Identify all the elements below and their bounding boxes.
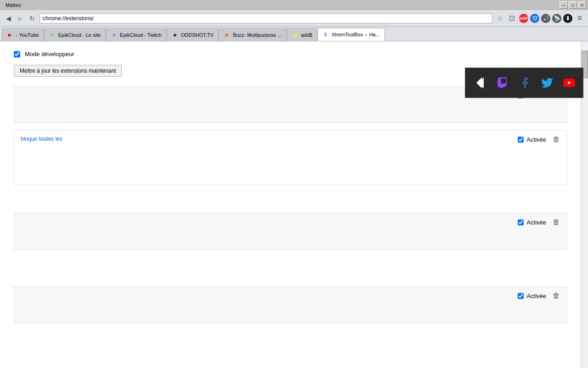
extension-item: Activée 🗑 [14, 287, 567, 323]
extension-icons: ABP 🛡 🔊 📡 ⬇ [519, 14, 572, 23]
facebook-icon [519, 76, 531, 89]
restore-button[interactable]: □ [569, 1, 577, 9]
twitch-button[interactable] [493, 73, 513, 93]
extension-description: bloque toutes les [21, 136, 62, 142]
tab-youtube[interactable]: ▶ - YouTube [2, 28, 44, 41]
extension-delete-icon[interactable]: 🗑 [553, 135, 560, 144]
youtube-favicon: ▶ [7, 32, 13, 38]
back-arrow-icon [473, 75, 487, 90]
extension-activated: Activée [518, 136, 546, 143]
cast-icon[interactable]: ⊡ [507, 14, 516, 23]
minimize-button[interactable]: ─ [560, 1, 568, 9]
buzz-favicon: ◉ [224, 32, 230, 38]
page-content: Mode développeur Mettre à jour les exten… [0, 41, 588, 368]
youtube-button[interactable] [559, 73, 579, 93]
extension-enable-checkbox[interactable] [518, 293, 524, 299]
tab-epikcloud-site[interactable]: ✔ EpikCloud - Le site [44, 28, 106, 41]
update-extensions-button[interactable]: Mettre à jour les extensions maintenant [14, 65, 122, 77]
back-button[interactable]: ◀ [4, 14, 13, 23]
extension-item: bloque toutes les Activée 🗑 [14, 130, 567, 185]
xtrem-favicon: 5 [322, 31, 329, 38]
extension-activated: Activée [518, 293, 546, 299]
extension-item: Activée 🗑 [14, 213, 567, 250]
tab-epikcloud-twitch[interactable]: ♦ EpikCloud - Twitch [106, 28, 167, 41]
adds-favicon: 📁 [292, 32, 298, 38]
extension-activated-label: Activée [526, 293, 546, 299]
epikcloud-twitch-favicon: ♦ [111, 32, 117, 38]
tab-xtrem-title: XtremToolBox -- Ha... [332, 32, 380, 37]
extension-activated-label: Activée [526, 136, 546, 143]
tab-adds[interactable]: 📁 add$ [287, 28, 317, 41]
tab-xtrem[interactable]: 5 XtremToolBox -- Ha... [317, 28, 385, 41]
menu-icon[interactable]: ≡ [575, 14, 584, 23]
forward-button[interactable]: ▶ [16, 14, 25, 23]
tab-adds-title: add$ [301, 32, 312, 38]
twitch-icon [497, 76, 509, 89]
twitter-button[interactable] [537, 73, 557, 93]
cast2-icon[interactable]: 📡 [552, 14, 561, 23]
shield-icon[interactable]: 🛡 [530, 14, 539, 23]
titlebar: Matteo ─ □ ✕ [0, 0, 588, 10]
extension-delete-icon[interactable]: 🗑 [553, 218, 560, 226]
extension-controls: Activée 🗑 [518, 292, 560, 300]
youtube-icon [563, 76, 576, 89]
tab-epikcloud-site-title: EpikCloud - Le site [58, 32, 101, 38]
twitter-icon [541, 76, 554, 89]
tab-buzz[interactable]: ◉ Buzz- Multipurpose ... [219, 28, 287, 41]
extension-controls: Activée 🗑 [518, 135, 560, 144]
extension-activated-label: Activée [526, 219, 546, 226]
download-icon[interactable]: ⬇ [563, 14, 572, 23]
tabs-bar: ▶ - YouTube ✔ EpikCloud - Le site ♦ Epik… [0, 27, 588, 41]
address-bar[interactable] [40, 13, 492, 23]
extension-main: bloque toutes les [21, 135, 513, 142]
tab-youtube-title: - YouTube [16, 32, 39, 38]
tab-epikcloud-twitch-title: EpikCloud - Twitch [120, 32, 162, 38]
tab-buzz-title: Buzz- Multipurpose ... [233, 32, 282, 38]
tab-oddshot[interactable]: ◆ ODDSHOT.TV [167, 28, 219, 41]
extension-enable-checkbox[interactable] [518, 219, 524, 225]
oddshot-favicon: ◆ [172, 32, 178, 38]
popup-back-button[interactable] [469, 72, 491, 94]
dev-mode-row: Mode développeur [14, 51, 567, 58]
extension-controls: Activée 🗑 [518, 218, 560, 226]
browser-toolbar: ◀ ▶ ↻ ☆ ⊡ ABP 🛡 🔊 📡 ⬇ ≡ [0, 10, 588, 27]
star-icon[interactable]: ☆ [495, 14, 504, 23]
titlebar-user: Matteo [6, 2, 21, 8]
speaker-icon[interactable]: 🔊 [541, 14, 550, 23]
dev-mode-label: Mode développeur [25, 51, 74, 58]
tab-oddshot-title: ODDSHOT.TV [181, 32, 214, 38]
social-popup [465, 68, 583, 98]
abp-icon[interactable]: ABP [519, 14, 528, 23]
extension-enable-checkbox[interactable] [518, 137, 524, 143]
extension-activated: Activée [518, 219, 546, 226]
close-button[interactable]: ✕ [578, 1, 586, 9]
facebook-button[interactable] [515, 73, 535, 93]
epikcloud-site-favicon: ✔ [49, 32, 56, 38]
refresh-button[interactable]: ↻ [28, 14, 37, 23]
dev-mode-checkbox[interactable] [14, 51, 20, 58]
extension-delete-icon[interactable]: 🗑 [553, 292, 560, 300]
